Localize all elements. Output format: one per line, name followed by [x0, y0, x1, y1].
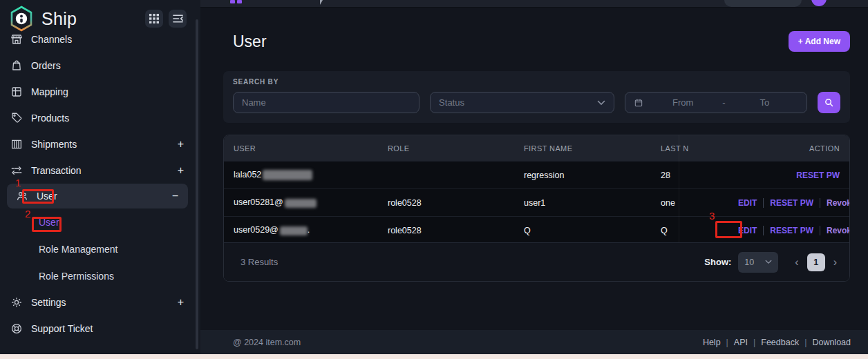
search-button[interactable] [818, 92, 840, 113]
sidebar-item-support-ticket[interactable]: Support Ticket [0, 316, 195, 342]
footer-link-api[interactable]: API [734, 338, 748, 347]
action-separator [820, 198, 820, 208]
sidebar-item-label: User [37, 191, 57, 202]
status-select[interactable]: Status [430, 92, 614, 113]
revoke-access-link[interactable]: Revoke Access [827, 198, 850, 208]
sidebar-item-label: Products [31, 113, 69, 124]
grid-dots-icon [149, 14, 159, 23]
footer-link-download[interactable]: Download [812, 338, 851, 347]
reset-pw-link[interactable]: RESET PW [770, 226, 813, 235]
edit-link[interactable]: EDIT [738, 198, 757, 208]
cell-action: EDIT RESET PW Revoke Access [738, 198, 850, 208]
table-footer: 3 Results Show: 10 ‹ 1 › [224, 242, 849, 281]
date-separator: - [722, 97, 725, 108]
table-row: lala052 regression 28 RESET PW [224, 161, 849, 188]
sidebar-item-products[interactable]: Products [0, 105, 195, 131]
table-header-row: USER ROLE FIRST NAME LAST N ACTION [224, 135, 849, 161]
sidebar-scrollbar-thumb[interactable] [196, 19, 198, 349]
footer-link-help[interactable]: Help [703, 338, 721, 347]
sidebar-item-label: Mapping [31, 86, 68, 97]
users-table: USER ROLE FIRST NAME LAST N ACTION lala0… [223, 135, 850, 282]
avatar[interactable] [811, 0, 827, 6]
name-search-input[interactable] [233, 92, 419, 113]
sidebar-item-label: Shipments [31, 139, 77, 150]
footer-separator: | [753, 338, 755, 347]
sidebar: Ship [0, 0, 200, 354]
submenu-item-role-management[interactable]: Role Management [0, 235, 195, 262]
swap-arrows-icon [10, 164, 23, 177]
reset-pw-link[interactable]: RESET PW [770, 198, 813, 208]
mouse-cursor [320, 0, 323, 5]
collapse-sidebar-button[interactable] [169, 10, 187, 28]
user-submenu: User Role Management Role Permissions [0, 208, 195, 289]
page-size-select[interactable]: 10 [738, 252, 778, 273]
expand-plus-icon[interactable]: + [178, 296, 184, 309]
sidebar-nav: Channels Orders Mapping Products [0, 26, 195, 342]
footer-link-feedback[interactable]: Feedback [761, 338, 799, 347]
sidebar-item-orders[interactable]: Orders [0, 52, 195, 79]
revoke-access-link[interactable]: Revoke Access [827, 226, 850, 235]
date-to-placeholder: To [730, 97, 798, 108]
sidebar-item-label: Channels [31, 34, 72, 45]
topbar-control[interactable] [724, 0, 802, 7]
users-icon [15, 189, 29, 203]
sidebar-item-label: Orders [31, 60, 61, 71]
cell-role: role0528 [388, 198, 524, 208]
sidebar-item-settings[interactable]: Settings + [0, 289, 195, 316]
shopping-bag-icon [10, 59, 23, 72]
page-size-value: 10 [744, 258, 754, 267]
cell-first-name: Q [524, 226, 661, 235]
columns-icon [10, 137, 23, 151]
col-header-role: ROLE [388, 144, 524, 153]
app-window: Ship [0, 0, 868, 359]
search-by-label: SEARCH BY [233, 78, 840, 86]
expand-plus-icon[interactable]: + [178, 138, 184, 151]
sidebar-item-mapping[interactable]: Mapping [0, 79, 195, 105]
submenu-item-user[interactable]: User [0, 208, 195, 235]
col-header-user: USER [234, 144, 388, 153]
topbar-logo-fragment [237, 0, 242, 3]
storefront-icon [10, 32, 23, 46]
gear-icon [10, 295, 23, 309]
search-icon [824, 97, 834, 108]
grid-table-icon [10, 85, 23, 99]
show-label: Show: [704, 257, 731, 267]
footer-separator: | [804, 338, 806, 347]
sidebar-item-user[interactable]: User − [7, 184, 188, 208]
action-separator [820, 226, 820, 235]
reset-pw-link[interactable]: RESET PW [796, 171, 840, 180]
lifebuoy-icon [10, 322, 23, 336]
action-column-divider [679, 135, 679, 244]
submenu-item-role-permissions[interactable]: Role Permissions [0, 262, 195, 289]
results-count: 3 Results [240, 257, 278, 267]
top-bar [200, 0, 868, 8]
sidebar-item-shipments[interactable]: Shipments + [0, 131, 195, 157]
cell-role: role0528 [388, 226, 524, 235]
topbar-logo-fragment [230, 0, 235, 3]
redacted-text [280, 226, 308, 235]
page-number-button[interactable]: 1 [807, 253, 825, 271]
date-range-picker[interactable]: From - To [625, 92, 807, 113]
add-new-button[interactable]: + Add New [789, 31, 850, 52]
action-separator [763, 198, 764, 208]
redacted-text [285, 199, 317, 208]
collapse-minus-icon[interactable]: − [172, 190, 178, 202]
cell-last-name: Q [661, 226, 738, 235]
action-separator [763, 226, 764, 235]
main-content: User + Add New SEARCH BY Status From [200, 0, 868, 354]
page-title: User [233, 32, 267, 51]
sidebar-item-channels[interactable]: Channels [0, 26, 195, 52]
sidebar-item-label: Support Ticket [31, 323, 93, 334]
prev-page-button[interactable]: ‹ [792, 256, 801, 269]
edit-link[interactable]: EDIT [738, 226, 757, 235]
tag-icon [10, 111, 23, 125]
col-header-last-name: LAST N [661, 144, 738, 153]
collapse-menu-icon [173, 14, 183, 23]
cell-first-name: regression [524, 171, 661, 180]
sidebar-item-label: Transaction [31, 165, 82, 176]
cell-user: user05281@ [234, 197, 388, 207]
sidebar-item-transaction[interactable]: Transaction + [0, 157, 195, 184]
next-page-button[interactable]: › [831, 256, 840, 269]
apps-grid-button[interactable] [145, 10, 163, 28]
expand-plus-icon[interactable]: + [178, 164, 184, 177]
